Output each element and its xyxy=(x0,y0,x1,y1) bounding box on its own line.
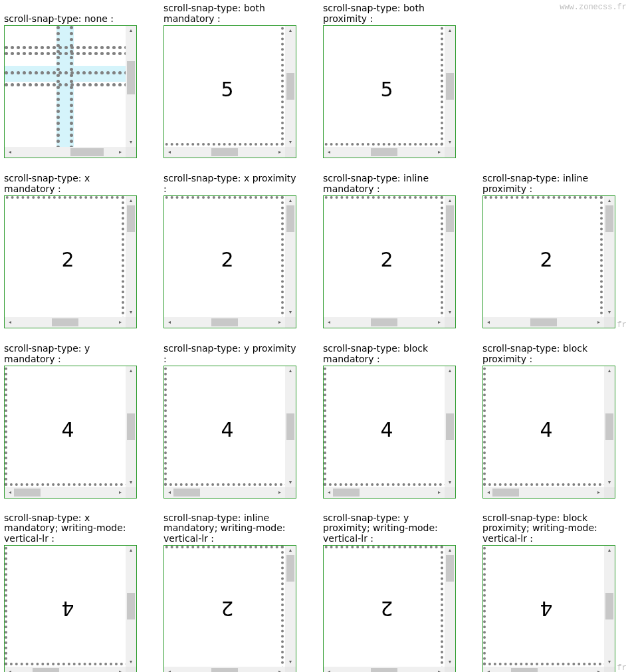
horizontal-scrollbar[interactable]: ◂▸ xyxy=(5,317,126,328)
scroll-container[interactable]: 5▴▾◂▸ xyxy=(163,25,296,158)
scroll-thumb[interactable] xyxy=(492,489,519,497)
scrollbar-corner xyxy=(604,667,615,672)
scroll-container[interactable]: 4▴▾◂▸ xyxy=(323,366,456,499)
scroll-container[interactable]: 2▴▾◂▸ xyxy=(482,195,615,328)
scroll-down-arrow-icon: ▾ xyxy=(126,478,136,487)
scroll-thumb[interactable] xyxy=(371,318,397,326)
example-label: scroll-snap-type: none : xyxy=(4,13,137,24)
scrollbar-corner xyxy=(445,667,455,672)
scroll-thumb[interactable] xyxy=(286,413,294,440)
scroll-viewport: 2 xyxy=(324,196,445,317)
scroll-up-arrow-icon: ▴ xyxy=(604,196,615,205)
scroll-thumb[interactable] xyxy=(371,668,397,672)
scroll-thumb[interactable] xyxy=(127,61,135,94)
vertical-scrollbar[interactable]: ▴▾ xyxy=(445,546,455,667)
example-cell: scroll-snap-type: inline proximity :2▴▾◂… xyxy=(482,173,615,328)
scroll-up-arrow-icon: ▴ xyxy=(285,26,296,35)
scroll-container[interactable]: 5▴▾◂▸ xyxy=(323,25,456,158)
vertical-scrollbar[interactable]: ▴▾ xyxy=(126,546,136,667)
scroll-thumb[interactable] xyxy=(211,318,238,326)
vertical-scrollbar[interactable]: ▴▾ xyxy=(126,196,136,317)
example-cell: scroll-snap-type: inline mandatory; writ… xyxy=(163,513,296,672)
scroll-thumb[interactable] xyxy=(127,593,135,619)
scroll-thumb[interactable] xyxy=(511,668,538,672)
scroll-container[interactable]: ▴▾◂▸ xyxy=(4,25,137,158)
scrollbar-corner xyxy=(285,487,296,498)
vertical-scrollbar[interactable]: ▴▾ xyxy=(445,26,455,147)
scroll-thumb[interactable] xyxy=(446,555,454,582)
horizontal-scrollbar[interactable]: ◂▸ xyxy=(5,667,126,672)
horizontal-scrollbar[interactable]: ◂▸ xyxy=(164,147,285,158)
horizontal-scrollbar[interactable]: ◂▸ xyxy=(5,487,126,498)
scroll-container[interactable]: 2▴▾◂▸ xyxy=(323,545,456,672)
scroll-container[interactable]: 4▴▾◂▸ xyxy=(4,366,137,499)
vertical-scrollbar[interactable]: ▴▾ xyxy=(445,366,455,487)
scroll-thumb[interactable] xyxy=(605,593,613,619)
scroll-container[interactable]: 2▴▾◂▸ xyxy=(4,195,137,328)
vertical-scrollbar[interactable]: ▴▾ xyxy=(285,196,296,317)
scroll-thumb[interactable] xyxy=(173,489,200,497)
scroll-thumb[interactable] xyxy=(286,73,294,100)
vertical-scrollbar[interactable]: ▴▾ xyxy=(604,196,615,317)
horizontal-scrollbar[interactable]: ◂▸ xyxy=(5,147,126,158)
scroll-container[interactable]: 4▴▾◂▸ xyxy=(163,366,296,499)
scroll-up-arrow-icon: ▴ xyxy=(285,366,296,376)
horizontal-scrollbar[interactable]: ◂▸ xyxy=(324,487,445,498)
vertical-scrollbar[interactable]: ▴▾ xyxy=(126,366,136,487)
scroll-right-arrow-icon: ▸ xyxy=(274,667,285,672)
scroll-container[interactable]: 4▴▾◂▸ xyxy=(482,366,615,499)
scroll-thumb[interactable] xyxy=(446,413,454,440)
scroll-thumb[interactable] xyxy=(446,73,454,100)
scroll-thumb[interactable] xyxy=(127,205,135,232)
scroll-right-arrow-icon: ▸ xyxy=(434,318,445,327)
scroll-thumb[interactable] xyxy=(286,555,294,582)
vertical-scrollbar[interactable]: ▴▾ xyxy=(445,196,455,317)
horizontal-scrollbar[interactable]: ◂▸ xyxy=(164,317,285,328)
horizontal-scrollbar[interactable]: ◂▸ xyxy=(483,487,604,498)
scroll-container[interactable]: 4▴▾◂▸ xyxy=(4,545,137,672)
scroll-thumb[interactable] xyxy=(14,489,41,497)
vertical-scrollbar[interactable]: ▴▾ xyxy=(604,366,615,487)
cell-number: 4 xyxy=(7,369,126,487)
horizontal-scrollbar[interactable]: ◂▸ xyxy=(324,317,445,328)
horizontal-scrollbar[interactable]: ◂▸ xyxy=(164,487,285,498)
horizontal-scrollbar[interactable]: ◂▸ xyxy=(324,147,445,158)
vertical-scrollbar[interactable]: ▴▾ xyxy=(604,546,615,667)
horizontal-scrollbar[interactable]: ◂▸ xyxy=(164,667,285,672)
scroll-viewport: 4 xyxy=(324,366,445,487)
horizontal-scrollbar[interactable]: ◂▸ xyxy=(324,667,445,672)
scroll-right-arrow-icon: ▸ xyxy=(593,667,604,672)
scrollbar-corner xyxy=(445,487,455,498)
scroll-thumb[interactable] xyxy=(127,413,135,440)
example-cell: scroll-snap-type: y proximity :4▴▾◂▸ xyxy=(163,344,296,499)
vertical-scrollbar[interactable]: ▴▾ xyxy=(285,366,296,487)
cell-number: 4 xyxy=(486,369,604,487)
scroll-thumb[interactable] xyxy=(371,148,397,156)
scroll-container[interactable]: 4▴▾◂▸ xyxy=(482,545,615,672)
scroll-thumb[interactable] xyxy=(33,668,59,672)
snap-cell: 2 xyxy=(324,546,443,667)
vertical-scrollbar[interactable]: ▴▾ xyxy=(126,26,136,147)
scroll-thumb[interactable] xyxy=(605,205,613,232)
snap-cell: 4 xyxy=(483,546,604,665)
scroll-thumb[interactable] xyxy=(52,318,78,326)
scroll-thumb[interactable] xyxy=(70,148,104,156)
horizontal-scrollbar[interactable]: ◂▸ xyxy=(483,667,604,672)
scroll-right-arrow-icon: ▸ xyxy=(593,318,604,327)
vertical-scrollbar[interactable]: ▴▾ xyxy=(285,546,296,667)
scroll-thumb[interactable] xyxy=(446,205,454,232)
horizontal-scrollbar[interactable]: ◂▸ xyxy=(483,317,604,328)
scroll-thumb[interactable] xyxy=(211,148,238,156)
scroll-thumb[interactable] xyxy=(333,489,360,497)
cell-number: 4 xyxy=(7,548,126,667)
scroll-thumb[interactable] xyxy=(530,318,557,326)
scroll-thumb[interactable] xyxy=(211,668,238,672)
example-cell: scroll-snap-type: block proximity :4▴▾◂▸ xyxy=(482,343,615,499)
scroll-container[interactable]: 2▴▾◂▸ xyxy=(323,195,456,328)
scroll-container[interactable]: 2▴▾◂▸ xyxy=(163,545,296,672)
scroll-thumb[interactable] xyxy=(605,413,613,440)
scroll-container[interactable]: 2▴▾◂▸ xyxy=(163,195,296,328)
example-label: scroll-snap-type: both proximity : xyxy=(323,3,456,24)
scroll-thumb[interactable] xyxy=(286,205,294,232)
vertical-scrollbar[interactable]: ▴▾ xyxy=(285,26,296,147)
